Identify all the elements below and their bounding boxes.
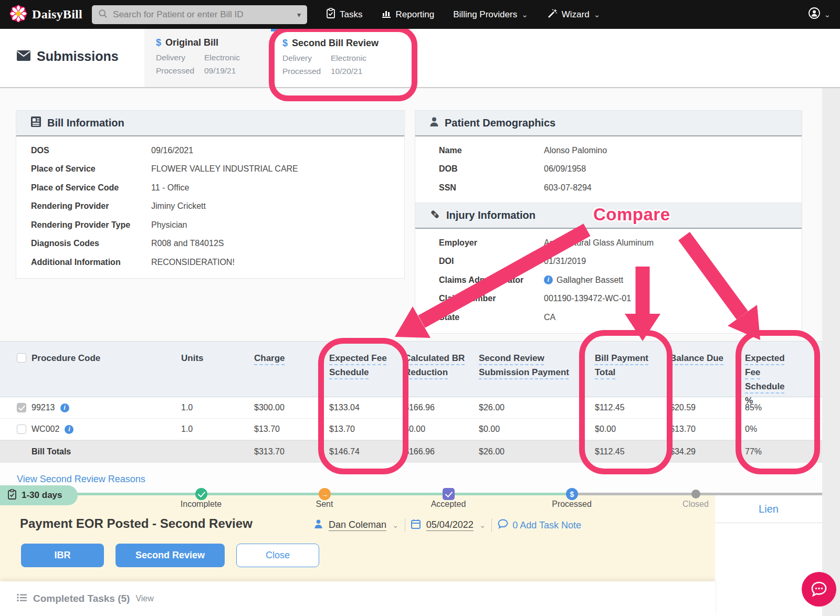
- nav-billing-providers[interactable]: Billing Providers ⌄: [453, 9, 528, 20]
- col-expected-fee-schedule[interactable]: Expected Fee Schedule: [329, 351, 404, 408]
- info-icon[interactable]: i: [544, 275, 553, 284]
- close-button[interactable]: Close: [236, 544, 319, 567]
- units-cell: 1.0: [181, 424, 254, 434]
- processed-value: 10/20/21: [331, 67, 397, 76]
- table-row: WC002 i 1.0 $13.70 $13.70 $0.00 $0.00 $0…: [0, 419, 822, 440]
- expected-fee-cell: $133.04: [329, 403, 404, 412]
- search-caret-icon[interactable]: ▾: [297, 10, 301, 19]
- nav-billing-providers-label: Billing Providers: [453, 9, 517, 20]
- task-title: Payment EOR Posted - Second Review: [20, 516, 253, 531]
- step-incomplete-label: Incomplete: [159, 500, 243, 509]
- step-sent-icon: [319, 488, 331, 500]
- view-second-review-reasons-link[interactable]: View Second Review Reasons: [17, 474, 145, 485]
- col-charge[interactable]: Charge: [254, 351, 329, 408]
- processed-label: Processed: [156, 66, 204, 76]
- totals-label: Bill Totals: [0, 447, 181, 456]
- clipboard-check-icon: [326, 8, 335, 21]
- search-input[interactable]: [112, 9, 297, 20]
- step-processed-label: Processed: [530, 500, 614, 509]
- col-units: Units: [181, 351, 254, 408]
- delivery-value: Electronic: [204, 53, 271, 62]
- col-second-review-submission-payment[interactable]: Second Review Submission Payment: [479, 351, 595, 408]
- expected-pct-cell: 85%: [745, 403, 822, 412]
- col-expected-fee-schedule-pct[interactable]: Expected Fee Schedule %: [745, 351, 822, 408]
- due-date-link[interactable]: 05/04/2022: [426, 519, 474, 531]
- days-badge: 1-30 days: [0, 485, 78, 505]
- top-navbar: DaisyBill ▾ Tasks Reporting Billing Prov…: [0, 0, 840, 29]
- envelope-icon: [17, 49, 30, 64]
- add-task-note-link[interactable]: 0 Add Task Note: [498, 519, 581, 532]
- col-balance-due[interactable]: Balance Due: [670, 351, 745, 408]
- chevron-down-icon: ⌄: [824, 12, 831, 17]
- bill-payment-cell: $0.00: [595, 424, 670, 434]
- tab-title: Second Bill Review: [292, 38, 379, 49]
- timeline-progress-line: [0, 493, 572, 495]
- nav-tasks[interactable]: Tasks: [326, 8, 362, 21]
- bill-payment-total: $112.45: [595, 447, 670, 456]
- calc-br-total: $166.96: [404, 447, 479, 456]
- nav-wizard[interactable]: Wizard ⌄: [547, 8, 600, 21]
- nav-reporting[interactable]: Reporting: [382, 8, 435, 20]
- procedure-table: Procedure Code Units Charge Expected Fee…: [0, 341, 822, 463]
- field-row: Place of ServiceFLOWER VALLEY INDUSTRIAL…: [16, 160, 404, 179]
- field-row: NameAlonso Palomino: [415, 141, 802, 160]
- processed-label: Processed: [282, 67, 331, 76]
- expected-pct-cell: 0%: [745, 424, 822, 434]
- step-sent-label: Sent: [282, 500, 366, 509]
- patient-icon: [429, 116, 439, 130]
- completed-tasks-label: Completed Tasks (5): [33, 593, 130, 604]
- assignee-link[interactable]: Dan Coleman: [329, 519, 386, 531]
- chevron-down-icon[interactable]: ⌄: [392, 523, 399, 528]
- account-menu[interactable]: ⌄: [808, 7, 831, 22]
- patient-demographics-panel: Patient Demographics NameAlonso Palomino…: [415, 110, 802, 204]
- calendar-icon: [411, 519, 421, 532]
- delivery-value: Electronic: [331, 54, 397, 63]
- chevron-down-icon: ⌄: [521, 12, 528, 17]
- calc-br-cell: $0.00: [404, 424, 479, 434]
- bar-chart-icon: [382, 8, 392, 20]
- chevron-down-icon[interactable]: ⌄: [479, 523, 486, 528]
- claims-administrator-link[interactable]: i Gallagher Bassett: [544, 275, 623, 285]
- select-all-checkbox[interactable]: [17, 353, 26, 363]
- bill-totals-row: Bill Totals $313.70 $146.74 $166.96 $26.…: [0, 440, 822, 463]
- field-row: DOB06/09/1958: [415, 160, 802, 179]
- submissions-title: Submissions: [17, 49, 119, 64]
- bill-payment-cell: $112.45: [595, 403, 670, 412]
- nav-tasks-label: Tasks: [340, 9, 362, 20]
- row-checkbox[interactable]: [17, 403, 26, 412]
- expected-pct-total: 77%: [745, 447, 822, 456]
- tab-original-bill[interactable]: $ Original Bill Delivery Electronic Proc…: [144, 29, 271, 87]
- scrollbar-track[interactable]: [822, 88, 840, 616]
- second-review-button[interactable]: Second Review: [116, 544, 225, 567]
- completed-tasks-view-link[interactable]: View: [135, 594, 153, 603]
- separator: [491, 518, 492, 532]
- charge-total: $313.70: [254, 447, 329, 456]
- balance-due-cell: $13.70: [670, 424, 745, 434]
- user-icon: [808, 7, 821, 22]
- col-bill-payment-total[interactable]: Bill Payment Total: [595, 351, 670, 408]
- bill-information-header: Bill Information: [16, 111, 404, 136]
- field-row: StateCA: [415, 308, 802, 327]
- field-row: Place of Service Code11 - Office: [16, 178, 404, 197]
- dollar-icon: $: [282, 38, 288, 49]
- tab-second-bill-review[interactable]: $ Second Bill Review Delivery Electronic…: [271, 29, 397, 87]
- chat-widget-button[interactable]: [802, 572, 836, 607]
- patient-search[interactable]: ▾: [92, 5, 307, 24]
- ibr-button[interactable]: IBR: [21, 544, 104, 567]
- chat-bubble-icon: [810, 580, 828, 599]
- daisybill-logo[interactable]: DaisyBill: [9, 5, 82, 25]
- step-closed-icon: [691, 490, 700, 498]
- step-incomplete-icon: [195, 488, 207, 500]
- step-accepted-label: Accepted: [406, 500, 490, 509]
- balance-due-total: $34.29: [670, 447, 745, 456]
- nav-reporting-label: Reporting: [396, 9, 435, 20]
- col-calculated-br-reduction[interactable]: Calculated BR Reduction: [404, 351, 479, 408]
- info-icon[interactable]: i: [65, 425, 74, 434]
- row-checkbox[interactable]: [17, 424, 26, 434]
- bill-icon: [30, 116, 41, 130]
- procedure-code: WC002: [32, 424, 59, 434]
- info-icon[interactable]: i: [60, 403, 69, 412]
- expected-fee-cell: $13.70: [329, 424, 404, 434]
- delivery-label: Delivery: [282, 54, 331, 63]
- bill-information-panel: Bill Information DOS09/16/2021 Place of …: [16, 110, 405, 279]
